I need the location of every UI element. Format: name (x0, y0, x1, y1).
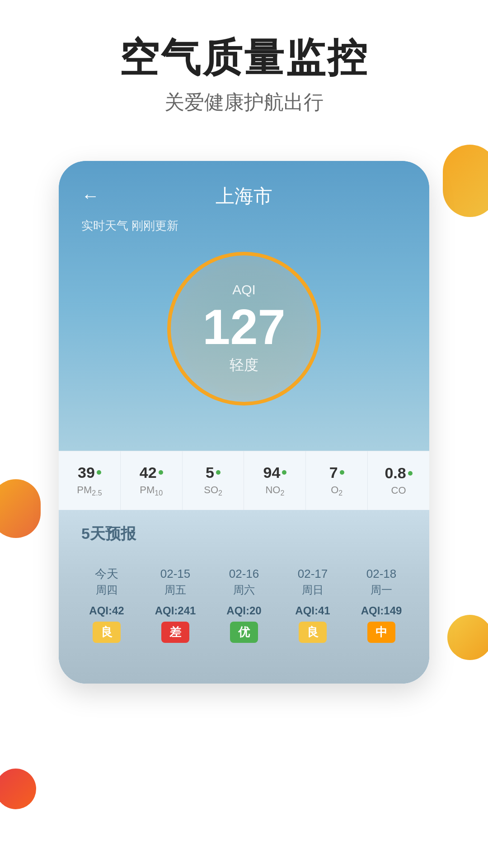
forecast-aqi-0: AQI:42 (75, 604, 139, 617)
forecast-badge-4: 中 (367, 622, 395, 643)
decorative-blob-top-right (443, 145, 488, 217)
aqi-number: 127 (202, 302, 286, 352)
forecast-date-1: 02-15 (143, 567, 207, 581)
metric-no2-value: 94 (249, 464, 301, 481)
forecast-aqi-3: AQI:41 (281, 604, 345, 617)
decorative-blob-bottom-left2 (0, 769, 36, 809)
dot-green-so2 (216, 470, 221, 475)
forecast-date-3: 02-17 (281, 567, 345, 581)
metric-co-name: CO (372, 485, 425, 496)
decorative-blob-bottom-right (447, 615, 488, 660)
forecast-date-2: 02-16 (212, 567, 276, 581)
forecast-date-4: 02-18 (349, 567, 413, 581)
forecast-weekday-4: 周一 (349, 583, 413, 597)
metric-pm10-name: PM10 (125, 484, 178, 497)
aqi-label: AQI (202, 282, 286, 297)
dot-green-pm10 (159, 470, 163, 475)
metric-pm25-value: 39 (63, 464, 116, 481)
aqi-inner: AQI 127 轻度 (202, 282, 286, 375)
city-name: 上海市 (216, 184, 272, 209)
sub-title: 关爱健康护航出行 (18, 89, 470, 116)
forecast-aqi-2: AQI:20 (212, 604, 276, 617)
back-button[interactable]: ← (81, 186, 99, 206)
weather-update-text: 实时天气 刚刚更新 (81, 218, 407, 234)
forecast-section: 5天预报 今天 周四 AQI:42 良 02-15 周五 AQI:241 差 0… (59, 510, 429, 684)
forecast-date-0: 今天 (75, 567, 139, 581)
app-screen: ← 上海市 实时天气 刚刚更新 AQI 127 轻度 39 (59, 161, 429, 684)
blue-top-section: ← 上海市 实时天气 刚刚更新 AQI 127 轻度 (59, 161, 429, 451)
aqi-circle-wrapper: AQI 127 轻度 (81, 252, 407, 406)
metrics-row: 39 PM2.5 42 PM10 5 SO2 (59, 451, 429, 510)
forecast-day-3: 02-17 周日 AQI:41 良 (278, 562, 347, 647)
metric-pm10: 42 PM10 (121, 451, 183, 510)
forecast-aqi-4: AQI:149 (349, 604, 413, 617)
forecast-weekday-3: 周日 (281, 583, 345, 597)
main-title: 空气质量监控 (18, 36, 470, 80)
metric-pm25: 39 PM2.5 (59, 451, 121, 510)
metric-co: 0.8 CO (368, 452, 429, 509)
metric-o2-value: 7 (310, 464, 363, 481)
dot-green-co (408, 471, 413, 476)
metric-no2: 94 NO2 (244, 451, 306, 510)
forecast-badge-1: 差 (161, 622, 189, 643)
metric-pm25-name: PM2.5 (63, 484, 116, 497)
dot-green-pm25 (97, 470, 101, 475)
phone-mockup: ← 上海市 实时天气 刚刚更新 AQI 127 轻度 39 (59, 161, 429, 684)
decorative-blob-bottom-left (0, 479, 41, 538)
forecast-day-1: 02-15 周五 AQI:241 差 (141, 562, 210, 647)
dot-green-o2 (340, 470, 344, 475)
metric-no2-name: NO2 (249, 484, 301, 497)
aqi-level: 轻度 (202, 355, 286, 375)
metric-so2: 5 SO2 (183, 451, 244, 510)
metric-co-value: 0.8 (372, 464, 425, 482)
forecast-weekday-2: 周六 (212, 583, 276, 597)
aqi-circle: AQI 127 轻度 (167, 252, 321, 406)
forecast-badge-0: 良 (93, 622, 121, 643)
forecast-weekday-1: 周五 (143, 583, 207, 597)
metric-pm10-value: 42 (125, 464, 178, 481)
nav-bar: ← 上海市 (81, 184, 407, 209)
header-section: 空气质量监控 关爱健康护航出行 (0, 0, 488, 134)
metric-o2: 7 O2 (306, 451, 368, 510)
forecast-day-2: 02-16 周六 AQI:20 优 (210, 562, 278, 647)
forecast-day-0: 今天 周四 AQI:42 良 (72, 562, 141, 647)
forecast-day-4: 02-18 周一 AQI:149 中 (347, 562, 416, 647)
metric-o2-name: O2 (310, 484, 363, 497)
metric-so2-value: 5 (187, 464, 239, 481)
forecast-aqi-1: AQI:241 (143, 604, 207, 617)
forecast-header: 5天预报 (59, 510, 429, 553)
forecast-badge-3: 良 (299, 622, 327, 643)
forecast-weekday-0: 周四 (75, 583, 139, 597)
forecast-badge-2: 优 (230, 622, 258, 643)
dot-green-no2 (282, 470, 286, 475)
forecast-row: 今天 周四 AQI:42 良 02-15 周五 AQI:241 差 02-16 … (59, 553, 429, 656)
metric-so2-name: SO2 (187, 484, 239, 497)
